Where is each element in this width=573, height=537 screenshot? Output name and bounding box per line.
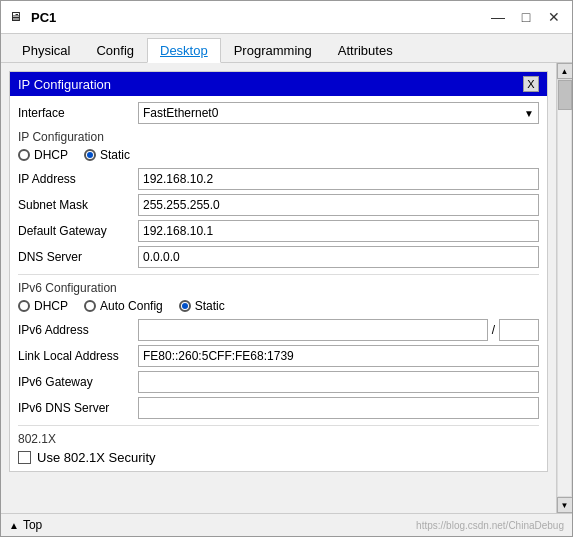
tab-bar: Physical Config Desktop Programming Attr… — [1, 34, 572, 63]
interface-label: Interface — [18, 106, 138, 120]
ipv6-gateway-row: IPv6 Gateway — [18, 371, 539, 393]
static-radio[interactable]: Static — [84, 148, 130, 162]
default-gateway-label: Default Gateway — [18, 224, 138, 238]
default-gateway-row: Default Gateway — [18, 220, 539, 242]
ipv6-inputs: / — [138, 319, 539, 341]
interface-select[interactable]: FastEthernet0 ▼ — [138, 102, 539, 124]
dot1x-checkbox-label: Use 802.1X Security — [37, 450, 156, 465]
close-button[interactable]: ✕ — [544, 7, 564, 27]
title-left: 🖥 PC1 — [9, 9, 56, 25]
subnet-mask-label: Subnet Mask — [18, 198, 138, 212]
interface-value: FastEthernet0 — [143, 106, 218, 120]
ipv6-static-radio[interactable]: Static — [179, 299, 225, 313]
minimize-button[interactable]: — — [488, 7, 508, 27]
tab-physical[interactable]: Physical — [9, 38, 83, 62]
ipv6-dns-row: IPv6 DNS Server — [18, 397, 539, 419]
ipv6-radio-row: DHCP Auto Config Static — [18, 299, 539, 313]
dot1x-section-title: 802.1X — [18, 432, 539, 446]
dns-server-input[interactable] — [138, 246, 539, 268]
ip-config-panel: IP Configuration X Interface FastEtherne… — [9, 71, 548, 472]
ipv6-static-label: Static — [195, 299, 225, 313]
title-bar: 🖥 PC1 — □ ✕ — [1, 1, 572, 34]
panel-close-button[interactable]: X — [523, 76, 539, 92]
app-icon: 🖥 — [9, 9, 25, 25]
bottom-bar: ▲ Top https://blog.csdn.net/ChinaDebug — [1, 513, 572, 536]
ipv6-static-circle[interactable] — [179, 300, 191, 312]
interface-row: Interface FastEthernet0 ▼ — [18, 102, 539, 124]
static-label: Static — [100, 148, 130, 162]
ipv6-address-label: IPv6 Address — [18, 323, 138, 337]
panel-header: IP Configuration X — [10, 72, 547, 96]
ipv6-dhcp-radio[interactable]: DHCP — [18, 299, 68, 313]
link-local-row: Link Local Address — [18, 345, 539, 367]
maximize-button[interactable]: □ — [516, 7, 536, 27]
ipv6-address-input[interactable] — [138, 319, 488, 341]
subnet-mask-input[interactable] — [138, 194, 539, 216]
scrollbar[interactable]: ▲ ▼ — [556, 63, 572, 513]
tab-attributes[interactable]: Attributes — [325, 38, 406, 62]
ipv6-dhcp-label: DHCP — [34, 299, 68, 313]
dhcp-radio-circle[interactable] — [18, 149, 30, 161]
window-title: PC1 — [31, 10, 56, 25]
watermark: https://blog.csdn.net/ChinaDebug — [416, 520, 564, 531]
ipv6-dns-label: IPv6 DNS Server — [18, 401, 138, 415]
ip-address-row: IP Address — [18, 168, 539, 190]
ipv6-slash: / — [492, 323, 495, 337]
tab-programming[interactable]: Programming — [221, 38, 325, 62]
dot1x-checkbox[interactable] — [18, 451, 31, 464]
ipv6-auto-circle[interactable] — [84, 300, 96, 312]
dropdown-arrow-icon: ▼ — [524, 108, 534, 119]
ipv6-address-row: IPv6 Address / — [18, 319, 539, 341]
subnet-mask-row: Subnet Mask — [18, 194, 539, 216]
ipv4-radio-row: DHCP Static — [18, 148, 539, 162]
tab-desktop[interactable]: Desktop — [147, 38, 221, 63]
ipv6-section-title: IPv6 Configuration — [18, 281, 539, 295]
scroll-down-arrow[interactable]: ▼ — [557, 497, 573, 513]
top-arrow-icon: ▲ — [9, 520, 19, 531]
scroll-up-arrow[interactable]: ▲ — [557, 63, 573, 79]
ipv6-auto-radio[interactable]: Auto Config — [84, 299, 163, 313]
ipv6-gateway-label: IPv6 Gateway — [18, 375, 138, 389]
ipv6-auto-label: Auto Config — [100, 299, 163, 313]
dhcp-label: DHCP — [34, 148, 68, 162]
link-local-input[interactable] — [138, 345, 539, 367]
divider-ipv4-ipv6 — [18, 274, 539, 275]
dot1x-checkbox-row: Use 802.1X Security — [18, 450, 539, 465]
ip-address-input[interactable] — [138, 168, 539, 190]
panel-title: IP Configuration — [18, 77, 111, 92]
top-label[interactable]: Top — [23, 518, 42, 532]
ip-address-label: IP Address — [18, 172, 138, 186]
link-local-label: Link Local Address — [18, 349, 138, 363]
main-panel: IP Configuration X Interface FastEtherne… — [1, 63, 556, 513]
static-radio-circle[interactable] — [84, 149, 96, 161]
title-controls: — □ ✕ — [488, 7, 564, 27]
ipv6-dns-input[interactable] — [138, 397, 539, 419]
dhcp-radio[interactable]: DHCP — [18, 148, 68, 162]
content-area: IP Configuration X Interface FastEtherne… — [1, 63, 572, 513]
panel-body: Interface FastEthernet0 ▼ IP Configurati… — [10, 96, 547, 471]
main-window: 🖥 PC1 — □ ✕ Physical Config Desktop Prog… — [0, 0, 573, 537]
divider-ipv6-dot1x — [18, 425, 539, 426]
default-gateway-input[interactable] — [138, 220, 539, 242]
ipv6-dhcp-circle[interactable] — [18, 300, 30, 312]
ipv6-prefix-input[interactable] — [499, 319, 539, 341]
ipv6-gateway-input[interactable] — [138, 371, 539, 393]
scroll-track[interactable] — [557, 79, 572, 497]
tab-config[interactable]: Config — [83, 38, 147, 62]
scroll-thumb[interactable] — [558, 80, 572, 110]
dns-server-label: DNS Server — [18, 250, 138, 264]
ipv4-section-title: IP Configuration — [18, 130, 539, 144]
dns-server-row: DNS Server — [18, 246, 539, 268]
